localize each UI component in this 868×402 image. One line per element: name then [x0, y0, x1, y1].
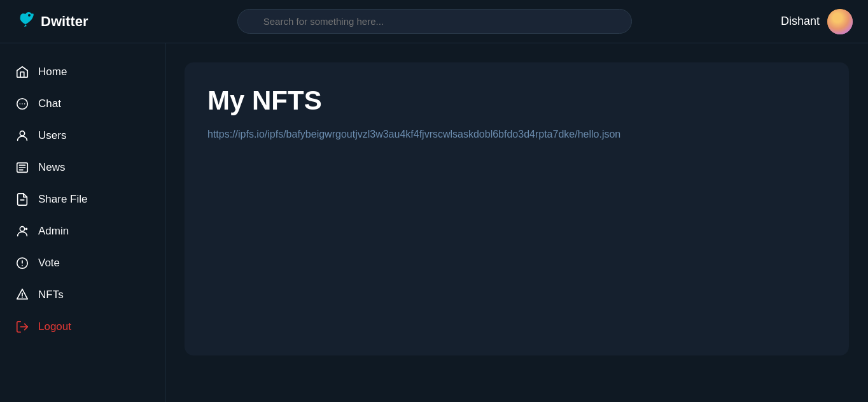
- sidebar-label-share-file: Share File: [38, 193, 87, 206]
- sidebar-item-vote[interactable]: Vote: [0, 247, 165, 279]
- nfts-icon: [15, 288, 29, 302]
- main-content: My NFTS https://ipfs.io/ipfs/bafybeigwrg…: [165, 43, 868, 402]
- users-icon: [15, 129, 29, 143]
- svg-point-7: [25, 228, 28, 231]
- sidebar-label-users: Users: [38, 129, 66, 142]
- sidebar-label-vote: Vote: [38, 257, 60, 269]
- user-name: Dishant: [781, 15, 820, 28]
- nft-url: https://ipfs.io/ipfs/bafybeigwrgoutjvzl3…: [207, 129, 826, 140]
- search-input[interactable]: [237, 9, 632, 34]
- svg-point-0: [28, 14, 31, 17]
- svg-point-6: [20, 227, 24, 231]
- sidebar-item-logout[interactable]: Logout: [0, 311, 165, 343]
- main-layout: Home Chat Users: [0, 43, 868, 402]
- sidebar: Home Chat Users: [0, 43, 165, 402]
- vote-icon: [15, 256, 29, 270]
- svg-point-3: [20, 131, 24, 136]
- nfts-card: My NFTS https://ipfs.io/ipfs/bafybeigwrg…: [185, 62, 849, 355]
- logo-icon: [15, 9, 36, 34]
- sidebar-label-admin: Admin: [38, 225, 69, 238]
- sidebar-item-share-file[interactable]: Share File: [0, 183, 165, 215]
- sidebar-item-admin[interactable]: Admin: [0, 215, 165, 247]
- avatar: [827, 9, 853, 34]
- sidebar-item-nfts[interactable]: NFTs: [0, 279, 165, 311]
- news-icon: [15, 161, 29, 175]
- sidebar-item-chat[interactable]: Chat: [0, 88, 165, 120]
- sidebar-label-news: News: [38, 161, 66, 174]
- page-title: My NFTS: [207, 85, 826, 116]
- sidebar-item-users[interactable]: Users: [0, 120, 165, 152]
- logo-area: Dwitter: [15, 9, 88, 34]
- logout-icon: [15, 320, 29, 334]
- avatar-image: [827, 9, 853, 34]
- share-file-icon: [15, 192, 29, 206]
- logo-text: Dwitter: [41, 13, 88, 30]
- sidebar-item-home[interactable]: Home: [0, 56, 165, 88]
- admin-icon: [15, 224, 29, 238]
- sidebar-label-logout: Logout: [38, 320, 71, 333]
- user-area: Dishant: [781, 9, 853, 34]
- header: Dwitter Dishant: [0, 0, 868, 43]
- sidebar-label-home: Home: [38, 66, 67, 78]
- sidebar-label-nfts: NFTs: [38, 289, 64, 301]
- home-icon: [15, 65, 29, 79]
- sidebar-item-news[interactable]: News: [0, 152, 165, 183]
- search-container: [237, 9, 632, 34]
- chat-icon: [15, 97, 29, 111]
- sidebar-label-chat: Chat: [38, 97, 61, 110]
